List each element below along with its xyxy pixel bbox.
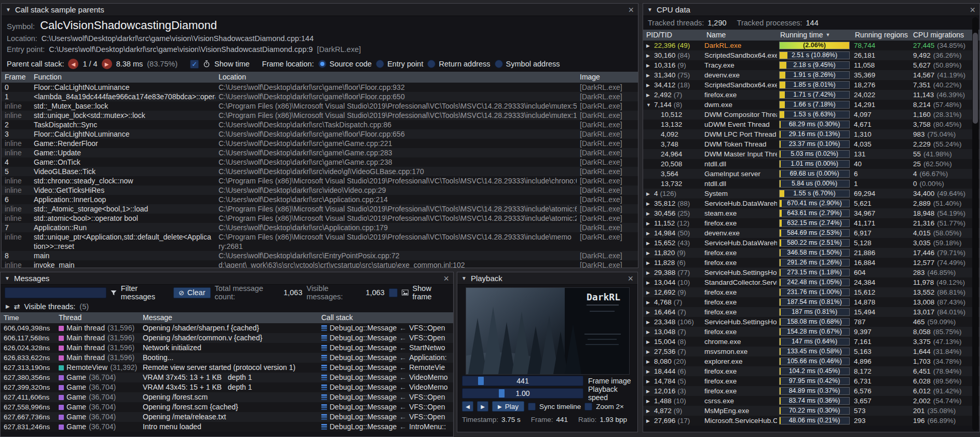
cpu-row[interactable]: ▶30,160(84)ScriptedSandbox64.exe2.51 s (…	[643, 50, 979, 60]
cpu-row[interactable]: 10,512DWM Compositor Thread1.53 s (6.63%…	[643, 110, 979, 120]
callstack-icon[interactable]	[321, 335, 327, 341]
callstack-row[interactable]: inlineVideo::GetTicksHiResC:\Users\wolf\…	[2, 186, 638, 195]
cpu-row[interactable]: ▶13,048(7)firefox.exe154.28 ms (0.67%)9,…	[643, 327, 979, 337]
tree-expand-icon[interactable]: ▶	[646, 369, 652, 374]
collapse-icon[interactable]: ▼	[5, 275, 10, 281]
message-row[interactable]: 626,833,622nsMain thread(31,596)Booting.…	[1, 353, 453, 363]
frame-location-radio[interactable]: Entry point	[376, 60, 423, 68]
cpu-row[interactable]: ▶22,396(49)DarkRL.exe(2.06%)78,74427,445…	[643, 41, 979, 50]
tree-expand-icon[interactable]: ▶	[646, 73, 652, 78]
cpu-row[interactable]: ▶4(126)System1.55 s (6.70%)69,29434,400(…	[643, 189, 979, 198]
callstack-row[interactable]: 2TaskDispatch::SyncC:\Users\wolf\Desktop…	[2, 120, 638, 129]
cpu-row[interactable]: ▶23,348(106)ServiceHub.SettingsHost158.0…	[643, 317, 979, 327]
cpu-row[interactable]: 24,964DWM Master Input Thread5.03 ms (0.…	[643, 149, 979, 159]
callstack-row[interactable]: inlinestd::_Mutex_base::lockC:\Program F…	[2, 101, 638, 111]
callstack-row[interactable]: 1<lambda_84a19dc444fae966ca174e83e708bdc…	[2, 92, 638, 101]
column-header-function[interactable]: Function	[31, 72, 215, 83]
cpu-row[interactable]: ▶2,492(7)firefox.exe1.71 s (7.42%)24,022…	[643, 90, 979, 100]
callstack-row[interactable]: inlinestd::unique_ptr<Application,std::d…	[2, 232, 638, 251]
zoom-2x-checkbox[interactable]	[584, 403, 592, 410]
cpu-row[interactable]: ▶15,652(43)ServiceHub.DataWarehou580.22 …	[643, 238, 979, 248]
cpu-row[interactable]: ▶29,388(77)ServiceHub.SettingsHost273.15…	[643, 268, 979, 277]
callstack-row[interactable]: 6Application::InnerLoopC:\Users\wolf\Des…	[2, 195, 638, 204]
cpu-row[interactable]: 13,132uDWM Event Thread68.29 ms (0.30%)4…	[643, 120, 979, 129]
cpu-row[interactable]: ▶27,696(17)Microsoft.ServiceHub.Co48.06 …	[643, 416, 979, 426]
show-time-checkbox[interactable]: ✓	[190, 60, 199, 69]
callstack-row[interactable]: inlineGame::RenderFloorC:\Users\wolf\Des…	[2, 139, 638, 148]
callstack-icon[interactable]	[321, 325, 327, 331]
message-row[interactable]: 627,831,246nsGame(36,704)Intro menu load…	[1, 422, 453, 432]
cpu-row[interactable]: ▶11,828(6)firefox.exe291.26 ms (1.26%)16…	[643, 258, 979, 268]
cpu-row[interactable]: ▶31,340(75)devenv.exe1.91 s (8.26%)35,36…	[643, 70, 979, 80]
tree-expand-icon[interactable]: ▶	[646, 310, 652, 315]
callstack-row[interactable]: inlinestd::atomic<bool>::operator boolC:…	[2, 214, 638, 223]
cpu-row[interactable]: 13,732ntdll.dll5.84 us (0.00%)10(0.00%)	[643, 179, 979, 189]
cpu-row[interactable]: ▶10,316(9)Tracy.exe2.18 s (9.45%)11,0585…	[643, 60, 979, 70]
column-header-message[interactable]: Message	[140, 312, 318, 323]
cpu-row[interactable]: ▶13,044(10)StandardCollector.Servic242.4…	[643, 277, 979, 287]
close-icon[interactable]: ×	[970, 5, 975, 15]
play-button[interactable]: ▶ Play	[492, 401, 524, 412]
callstack-row[interactable]: 8mainC:\Users\wolf\Desktop\darkrl\src\En…	[2, 251, 638, 260]
tree-expand-icon[interactable]: ▶	[646, 201, 652, 206]
cpu-row[interactable]: ▶12,016(3)firefox.exe84.89 ms (0.37%)6,5…	[643, 386, 979, 396]
playback-frame-image[interactable]: DarkRL	[466, 287, 630, 375]
column-header-running-regions[interactable]: Running regions	[852, 30, 910, 41]
message-row[interactable]: 606,117,568nsMain thread(31,596)Opening …	[1, 333, 453, 343]
close-icon[interactable]: ×	[628, 5, 634, 15]
tree-expand-icon[interactable]: ▶	[646, 83, 652, 88]
callstack-row[interactable]: inlinestd::chrono::steady_clock::nowC:\P…	[2, 176, 638, 186]
tree-expand-icon[interactable]: ▶	[646, 191, 652, 196]
tree-expand-icon[interactable]: ▶	[646, 349, 652, 354]
next-frame-button[interactable]: ▶	[477, 401, 488, 412]
cpu-row[interactable]: ▶15,004(8)chrome.exe147 ms (0.64%)7,1613…	[643, 337, 979, 347]
tree-expand-icon[interactable]: ▶	[646, 339, 652, 345]
tree-expand-icon[interactable]: ▶	[646, 399, 652, 404]
column-header-running-time[interactable]: Running time ▼	[777, 30, 852, 41]
cpu-row[interactable]: ▶11,820(9)firefox.exe346.58 ms (1.50%)21…	[643, 248, 979, 258]
tree-expand-icon[interactable]: ▶	[646, 320, 652, 325]
show-frame-checkbox[interactable]	[389, 288, 398, 297]
column-header-pid-tid[interactable]: PID/TID	[643, 30, 703, 41]
cpu-row[interactable]: ▶14,784(5)firefox.exe97.95 ms (0.42%)6,7…	[643, 376, 979, 386]
cpu-row[interactable]: ▶18,444(6)firefox.exe104.2 ms (0.45%)8,1…	[643, 366, 979, 376]
tree-collapse-icon[interactable]: ▼	[646, 102, 652, 108]
tree-expand-icon[interactable]: ▶	[646, 418, 652, 423]
cpu-row[interactable]: 4,092DWM LPC Port Thread29.16 ms (0.13%)…	[643, 129, 979, 139]
column-header-time[interactable]: Time	[1, 312, 56, 323]
tree-expand-icon[interactable]: ▶	[646, 241, 652, 246]
callstack-row[interactable]: 4Game::OnTickC:\Users\wolf\Desktop\darkr…	[2, 157, 638, 167]
tree-expand-icon[interactable]: ▶	[646, 389, 652, 394]
cpu-scrollbar[interactable]	[972, 17, 978, 431]
column-header-callstack[interactable]: Call stack	[318, 312, 453, 323]
cpu-row[interactable]: ▶30,456(25)steam.exe643.61 ms (2.79%)34,…	[643, 208, 979, 218]
column-header-name[interactable]: Name	[703, 30, 777, 41]
clear-button[interactable]: ⊘ Clear	[173, 287, 211, 298]
callstack-titlebar[interactable]: ▼ Call stack sample parents ×	[2, 4, 638, 16]
playback-titlebar[interactable]: ▼ Playback ×	[457, 272, 637, 285]
close-icon[interactable]: ×	[628, 274, 633, 283]
callstack-row[interactable]: inlinestd::unique_lock<std::mutex>::lock…	[2, 111, 638, 120]
cpu-row[interactable]: ▶14,984(50)devenv.exe584.69 ms (2.53%)6,…	[643, 228, 979, 238]
frame-location-radio[interactable]: Return address	[427, 60, 490, 68]
cpu-row[interactable]: ▶34,412(18)ScriptedSandbox64.exe1.85 s (…	[643, 80, 979, 90]
frame-location-radio[interactable]: Source code	[318, 60, 372, 68]
callstack-icon[interactable]	[321, 355, 327, 361]
column-header-location[interactable]: Location	[215, 72, 577, 83]
callstack-row[interactable]: inlinestd::_Atomic_storage<bool,1>::load…	[2, 204, 638, 214]
cpu-row[interactable]: ▶11,152(12)firefox.exe632.15 ms (2.74%)4…	[643, 218, 979, 228]
tree-expand-icon[interactable]: ▶	[646, 300, 652, 305]
tree-expand-icon[interactable]: ▶	[646, 290, 652, 295]
cpu-row[interactable]: ▶16,464(7)firefox.exe187 ms (0.81%)15,49…	[643, 307, 979, 317]
tree-expand-icon[interactable]: ▶	[646, 43, 652, 48]
tree-expand-icon[interactable]: ▶	[646, 329, 652, 335]
collapse-icon[interactable]: ▼	[461, 275, 467, 281]
tree-expand-icon[interactable]: ▶	[646, 211, 652, 216]
tree-expand-icon[interactable]: ▶	[646, 280, 652, 285]
collapse-icon[interactable]: ▼	[6, 7, 11, 12]
cpu-titlebar[interactable]: ▼ CPU data ×	[643, 4, 979, 16]
cpu-row[interactable]: 3,564GameInput server69.68 us (0.00%)64(…	[643, 169, 979, 179]
prev-frame-button[interactable]: ◀	[462, 401, 473, 412]
callstack-icon[interactable]	[321, 404, 327, 410]
message-row[interactable]: 627,313,190nsRemoteView(31,392)Remote vi…	[1, 363, 453, 373]
